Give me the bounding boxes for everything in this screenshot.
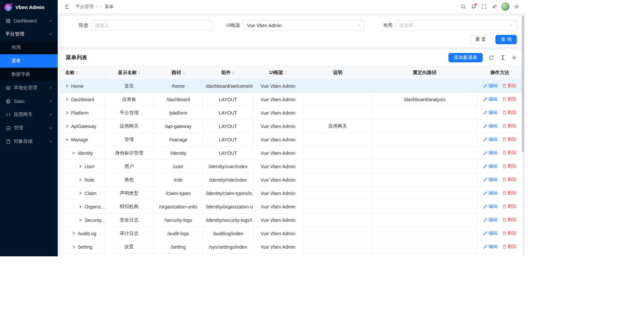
sort-icon[interactable] <box>138 71 140 74</box>
sidebar-item-manage[interactable]: 管理 <box>0 121 58 135</box>
delete-button[interactable]: 删除 <box>502 136 517 142</box>
delete-button[interactable]: 删除 <box>502 123 517 129</box>
cell-actions: 编辑删除 <box>477 200 522 213</box>
delete-button[interactable]: 删除 <box>502 217 517 223</box>
chevron-up-icon <box>49 33 52 36</box>
cell-path: /api-gateway <box>154 120 203 133</box>
edit-button[interactable]: 编辑 <box>483 150 497 156</box>
table-row[interactable]: Organiz...组织机构/organization-units/identi… <box>60 200 522 213</box>
add-menu-button[interactable]: 添加新菜单 <box>448 53 483 62</box>
sidebar-item-menu[interactable]: 菜单 <box>0 54 58 68</box>
edit-button[interactable]: 编辑 <box>483 244 497 250</box>
breadcrumb-menu[interactable]: 菜单 <box>105 4 114 10</box>
row-expand-icon[interactable] <box>65 98 69 101</box>
table-row[interactable]: Role角色/role/identity/role/indexVue Vben … <box>60 173 522 187</box>
cell-description <box>303 227 372 240</box>
edit-button[interactable]: 编辑 <box>483 190 497 196</box>
sidebar-item-api-gateway[interactable]: 应用网关 <box>0 108 58 121</box>
delete-button[interactable]: 删除 <box>502 110 517 116</box>
sidebar-item-layout[interactable]: 布局 <box>0 41 58 54</box>
translate-icon[interactable] <box>490 2 499 11</box>
table-row[interactable]: Manage管理/manageLAYOUTVue Vben Admin编辑删除 <box>60 133 522 146</box>
table-row[interactable]: Home首页/home/dashboard/welcome/in...Vue V… <box>60 79 522 93</box>
table-row[interactable]: Security...安全日志/security-logs/identity/s… <box>60 213 522 227</box>
edit-button[interactable]: 编辑 <box>483 96 497 102</box>
edit-button[interactable]: 编辑 <box>483 123 497 129</box>
delete-button[interactable]: 删除 <box>502 83 517 89</box>
row-expand-icon[interactable] <box>65 111 69 115</box>
table-row[interactable]: Dashboard仪表板/dashboardLAYOUTVue Vben Adm… <box>60 93 522 106</box>
delete-button[interactable]: 删除 <box>502 203 517 209</box>
search-icon[interactable] <box>459 2 468 11</box>
row-expand-icon[interactable] <box>72 151 75 155</box>
edit-button[interactable]: 编辑 <box>483 136 497 142</box>
table-row[interactable]: AuditLog审计日志/audit-logs/auditing/indexVu… <box>60 227 522 240</box>
table-row[interactable]: Setting设置/setting/sys/settings/indexVue … <box>60 240 522 254</box>
table-settings-icon[interactable] <box>512 55 517 60</box>
row-expand-icon[interactable] <box>78 218 82 222</box>
cell-description <box>303 213 372 227</box>
delete-button[interactable]: 删除 <box>502 190 517 196</box>
column-height-icon[interactable] <box>500 55 505 60</box>
row-expand-icon[interactable] <box>65 124 69 128</box>
row-expand-icon[interactable] <box>65 84 69 88</box>
table-row[interactable]: Identity身份标识管理/identityLAYOUTVue Vben Ad… <box>60 146 522 160</box>
row-expand-icon[interactable] <box>72 232 75 235</box>
column-header[interactable]: UI框架 <box>253 66 303 79</box>
sidebar-collapse-icon[interactable] <box>62 2 71 11</box>
settings-icon[interactable] <box>512 2 521 11</box>
edit-button[interactable]: 编辑 <box>483 203 497 209</box>
sidebar-item-data-dictionary[interactable]: 数据字典 <box>0 68 58 81</box>
sort-icon[interactable] <box>183 71 185 74</box>
row-expand-icon[interactable] <box>78 205 82 208</box>
edit-button[interactable]: 编辑 <box>483 230 497 236</box>
filter-input[interactable] <box>91 20 213 31</box>
column-header[interactable]: 显示名称 <box>105 66 153 79</box>
row-expand-icon[interactable] <box>65 138 69 141</box>
fullscreen-icon[interactable] <box>479 2 488 11</box>
table-row[interactable]: ApiGateway应用网关/api-gatewayLAYOUTVue Vben… <box>60 120 522 133</box>
cell-ui: Vue Vben Admin <box>253 79 303 93</box>
page-scrollbar[interactable] <box>522 16 524 152</box>
ui-framework-select[interactable]: Vue Vben Admin <box>243 20 365 31</box>
edit-button[interactable]: 编辑 <box>483 177 497 183</box>
table-row[interactable]: User用户/user/identity/user/indexVue Vben … <box>60 160 522 173</box>
layout-select[interactable]: 请选择 <box>395 20 517 31</box>
delete-button[interactable]: 删除 <box>502 177 517 183</box>
sidebar-item-dashboard[interactable]: Dashboard <box>0 14 58 27</box>
delete-button[interactable]: 删除 <box>502 244 517 250</box>
edit-button[interactable]: 编辑 <box>483 83 497 89</box>
sort-icon[interactable] <box>76 71 78 74</box>
delete-button[interactable]: 删除 <box>502 96 517 102</box>
delete-button[interactable]: 删除 <box>502 230 517 236</box>
column-header[interactable]: 路径 <box>154 66 203 79</box>
breadcrumb-platform[interactable]: 平台管理 <box>75 4 98 10</box>
sort-icon[interactable] <box>285 71 287 74</box>
search-button[interactable]: 查 询 <box>495 35 517 44</box>
column-header[interactable]: 组件 <box>203 66 253 79</box>
edit-button[interactable]: 编辑 <box>483 163 497 169</box>
table-row[interactable]: Claim声明类型/claim-types/identity/claim-typ… <box>60 187 522 200</box>
app-logo[interactable]: V Vben Admin <box>0 0 58 14</box>
edit-button[interactable]: 编辑 <box>483 110 497 116</box>
delete-button[interactable]: 删除 <box>502 150 517 156</box>
sort-icon[interactable] <box>232 71 234 74</box>
delete-button[interactable]: 删除 <box>502 163 517 169</box>
row-expand-icon[interactable] <box>78 178 82 182</box>
row-expand-icon[interactable] <box>78 191 82 195</box>
sidebar-item-localization[interactable]: 本地化管理 <box>0 81 58 95</box>
reset-button[interactable]: 重 置 <box>470 35 491 44</box>
user-avatar[interactable] <box>501 2 509 11</box>
notification-icon[interactable] <box>469 2 478 11</box>
row-expand-icon[interactable] <box>72 245 75 249</box>
table-row[interactable]: Platform平台管理/platformLAYOUTVue Vben Admi… <box>60 106 522 120</box>
refresh-icon[interactable] <box>489 55 494 60</box>
sidebar-item-object-storage[interactable]: 对象存储 <box>0 135 58 148</box>
cell-actions: 编辑删除 <box>477 187 522 200</box>
edit-button[interactable]: 编辑 <box>483 217 497 223</box>
sidebar-item-saas[interactable]: Saas <box>0 95 58 108</box>
column-header[interactable]: 名称 <box>60 66 105 79</box>
sidebar-item-platform-management[interactable]: 平台管理 <box>0 27 58 41</box>
row-expand-icon[interactable] <box>78 165 82 168</box>
cell-ui: Vue Vben Admin <box>253 200 303 213</box>
